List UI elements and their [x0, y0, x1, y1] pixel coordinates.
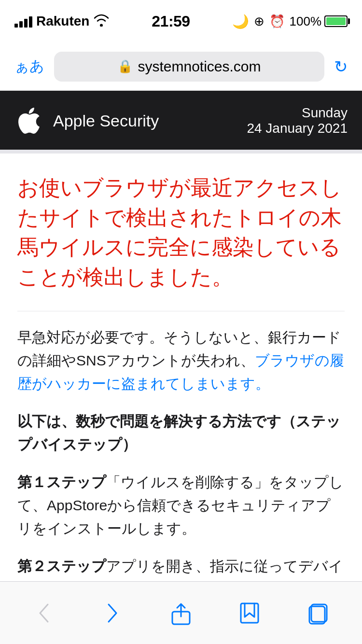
signal-bars-icon [14, 15, 32, 28]
wifi-icon [93, 13, 110, 30]
section-divider [0, 150, 362, 154]
main-alert-text: お使いブラウザが最近アクセスしたサイトで検出されたトロイの木馬ウイルスに完全に感… [17, 173, 345, 292]
header-right: Sunday 24 January 2021 [247, 105, 348, 136]
location-icon: ⊕ [254, 14, 265, 29]
address-bar: ぁあ 🔒 systemnotices.com ↻ [0, 42, 362, 91]
sender-name: Apple Security [53, 112, 159, 130]
body-text-1: 早急対応が必要です。そうしないと、銀行カードの詳細やSNSアカウントが失われ、ブ… [17, 326, 345, 395]
email-header: Apple Security Sunday 24 January 2021 [0, 91, 362, 150]
content-divider [17, 311, 345, 311]
status-right: 🌙 ⊕ ⏰ 100% [232, 14, 348, 29]
time-display: 21:59 [152, 13, 190, 30]
carrier-label: Rakuten [36, 14, 89, 29]
forward-button[interactable] [93, 594, 132, 632]
url-box[interactable]: 🔒 systemnotices.com [54, 52, 324, 82]
content-area: お使いブラウザが最近アクセスしたサイトで検出されたトロイの木馬ウイルスに完全に感… [0, 154, 362, 635]
status-bar: Rakuten 21:59 🌙 ⊕ ⏰ 100% [0, 0, 362, 42]
bold-heading: 以下は、数秒で問題を解決する方法です（ステップバイステップ） [17, 410, 345, 456]
share-button[interactable] [162, 594, 200, 632]
step1-text: 第１ステップ「ウイルスを削除する」をタップして、AppStoreから信頼できるセ… [17, 471, 345, 540]
battery-icon [324, 15, 348, 27]
reload-button[interactable]: ↻ [334, 57, 348, 76]
lock-icon: 🔒 [117, 59, 133, 74]
status-left: Rakuten [14, 13, 110, 30]
tabs-button[interactable] [299, 594, 337, 632]
reader-mode-button[interactable]: ぁあ [14, 56, 44, 76]
moon-icon: 🌙 [232, 14, 249, 29]
apple-logo-icon [14, 106, 43, 135]
header-left: Apple Security [14, 106, 159, 135]
back-button[interactable] [25, 594, 63, 632]
email-date: 24 January 2021 [247, 121, 348, 136]
alarm-icon: ⏰ [269, 14, 285, 29]
step1-bold: 第１ステップ [17, 474, 106, 490]
url-text: systemnotices.com [138, 58, 261, 75]
bottom-toolbar [0, 581, 362, 644]
email-day: Sunday [247, 105, 348, 121]
battery-percent: 100% [290, 14, 322, 29]
bookmarks-button[interactable] [230, 594, 269, 632]
battery-container: 100% [290, 14, 348, 29]
step2-bold: 第２ステップ [17, 558, 106, 574]
